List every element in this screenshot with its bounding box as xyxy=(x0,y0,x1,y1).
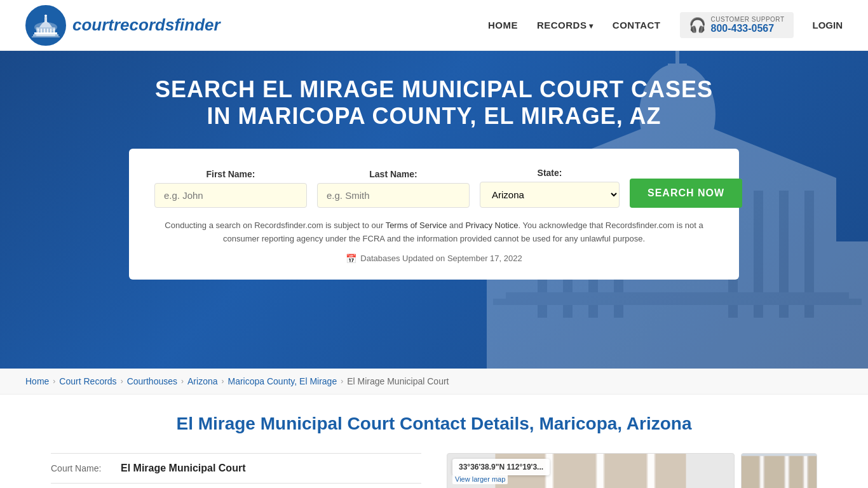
hero-title: SEARCH EL MIRAGE MUNICIPAL COURT CASES I… xyxy=(148,76,720,130)
terms-link[interactable]: Terms of Service xyxy=(386,220,447,230)
svg-rect-7 xyxy=(50,29,51,34)
svg-rect-33 xyxy=(597,454,604,488)
svg-rect-37 xyxy=(605,454,647,488)
phone-icon: 🎧 xyxy=(689,17,706,34)
login-button[interactable]: LOGIN xyxy=(813,20,843,30)
first-name-input[interactable] xyxy=(154,183,307,208)
breadcrumb-maricopa-el-mirage[interactable]: Maricopa County, El Mirage xyxy=(227,376,337,386)
svg-rect-34 xyxy=(648,454,654,488)
breadcrumb-sep-1: › xyxy=(53,377,55,386)
breadcrumb-home[interactable]: Home xyxy=(25,376,49,386)
svg-rect-8 xyxy=(53,29,55,34)
svg-rect-36 xyxy=(554,454,596,488)
details-map-row: Court Name: El Mirage Municipal Court St… xyxy=(51,453,817,488)
logo-text: courtrecordsfinder xyxy=(72,15,220,35)
support-label: CUSTOMER SUPPORT xyxy=(711,16,785,23)
nav-contact[interactable]: CONTACT xyxy=(613,20,661,30)
breadcrumb-sep-2: › xyxy=(121,377,123,386)
support-block[interactable]: 🎧 CUSTOMER SUPPORT 800-433-0567 xyxy=(680,12,794,38)
last-name-input[interactable] xyxy=(317,183,470,208)
last-name-field-group: Last Name: xyxy=(317,169,470,208)
last-name-label: Last Name: xyxy=(317,169,470,179)
map-coords: 33°36'38.9"N 112°19'3... xyxy=(452,459,550,475)
svg-rect-57 xyxy=(804,456,807,488)
state-row: State: Arizona xyxy=(51,483,421,488)
map-panel: 33°36'38.9"N 112°19'3... View larger map xyxy=(447,453,817,488)
svg-rect-61 xyxy=(808,456,817,488)
db-updated: 📅 Databases Updated on September 17, 202… xyxy=(154,254,714,264)
svg-point-10 xyxy=(44,15,47,17)
breadcrumb-courthouses[interactable]: Courthouses xyxy=(127,376,177,386)
support-number: 800-433-0567 xyxy=(711,23,785,34)
breadcrumb-sep-5: › xyxy=(341,377,343,386)
hero-section: SEARCH EL MIRAGE MUNICIPAL COURT CASES I… xyxy=(0,51,868,369)
svg-rect-60 xyxy=(790,456,803,488)
svg-rect-5 xyxy=(44,29,45,34)
svg-rect-6 xyxy=(47,29,48,34)
map-main[interactable]: 33°36'38.9"N 112°19'3... View larger map xyxy=(447,453,735,488)
state-select[interactable]: Arizona xyxy=(480,182,620,208)
svg-rect-56 xyxy=(785,456,789,488)
breadcrumb-court-records[interactable]: Court Records xyxy=(59,376,116,386)
svg-rect-9 xyxy=(44,17,47,22)
breadcrumb-sep-4: › xyxy=(221,377,224,386)
search-disclaimer: Conducting a search on Recordsfinder.com… xyxy=(154,219,714,246)
nav-home[interactable]: HOME xyxy=(488,20,518,30)
map-thumbnail xyxy=(741,453,817,488)
privacy-link[interactable]: Privacy Notice xyxy=(465,220,518,230)
svg-rect-58 xyxy=(742,456,759,488)
svg-rect-27 xyxy=(506,292,849,299)
first-name-label: First Name: xyxy=(154,169,307,179)
court-name-row: Court Name: El Mirage Municipal Court xyxy=(51,453,421,483)
svg-rect-59 xyxy=(764,456,783,488)
details-panel: Court Name: El Mirage Municipal Court St… xyxy=(51,453,421,488)
main-content: El Mirage Municipal Court Contact Detail… xyxy=(0,395,868,488)
logo[interactable]: courtrecordsfinder xyxy=(25,5,220,46)
first-name-field-group: First Name: xyxy=(154,169,307,208)
db-updated-text: Databases Updated on September 17, 2022 xyxy=(360,254,522,263)
map-view-larger-link[interactable]: View larger map xyxy=(452,474,508,484)
svg-rect-55 xyxy=(761,456,764,488)
svg-rect-38 xyxy=(656,454,686,488)
search-form-row: First Name: Last Name: State: Arizona SE… xyxy=(154,168,714,208)
court-name-value: El Mirage Municipal Court xyxy=(121,463,245,474)
search-box: First Name: Last Name: State: Arizona SE… xyxy=(129,149,739,280)
map-thumb-svg xyxy=(742,455,817,488)
breadcrumb: Home › Court Records › Courthouses › Ari… xyxy=(0,369,868,395)
svg-rect-28 xyxy=(493,299,862,305)
svg-rect-11 xyxy=(33,34,58,36)
state-label: State: xyxy=(480,168,620,178)
breadcrumb-current: El Mirage Municipal Court xyxy=(347,376,449,386)
calendar-icon: 📅 xyxy=(346,254,356,264)
state-field-group: State: Arizona xyxy=(480,168,620,208)
court-name-label: Court Name: xyxy=(51,463,114,473)
hero-content: SEARCH EL MIRAGE MUNICIPAL COURT CASES I… xyxy=(13,76,855,280)
svg-rect-12 xyxy=(32,36,60,37)
nav-records[interactable]: RECORDS xyxy=(537,20,593,30)
main-nav: HOME RECORDS CONTACT 🎧 CUSTOMER SUPPORT … xyxy=(488,12,843,38)
search-now-button[interactable]: SEARCH NOW xyxy=(630,179,742,208)
site-header: courtrecordsfinder HOME RECORDS CONTACT … xyxy=(0,0,868,51)
breadcrumb-arizona[interactable]: Arizona xyxy=(187,376,217,386)
section-title: El Mirage Municipal Court Contact Detail… xyxy=(51,414,817,434)
svg-rect-4 xyxy=(41,29,42,34)
logo-icon xyxy=(25,5,66,46)
breadcrumb-sep-3: › xyxy=(181,377,184,386)
svg-rect-3 xyxy=(37,29,39,34)
